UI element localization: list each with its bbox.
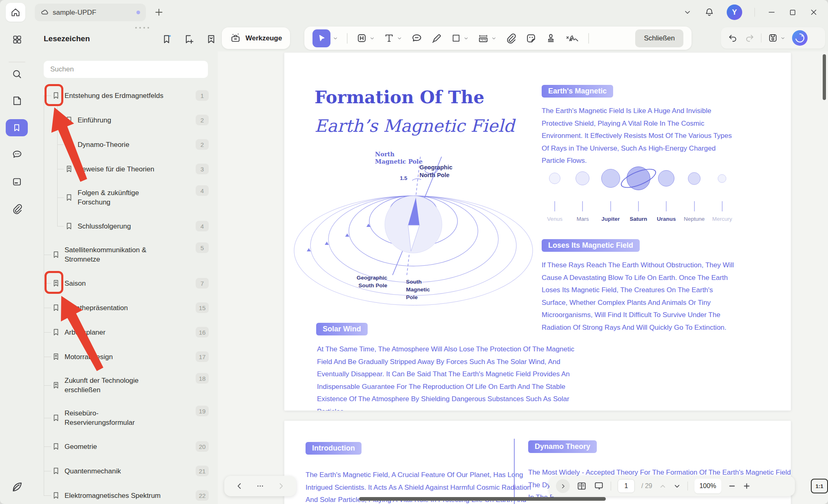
close-tools-button[interactable]: Schließen bbox=[635, 29, 683, 47]
pen-tool[interactable] bbox=[431, 33, 442, 44]
home-icon bbox=[10, 7, 21, 18]
page-layout-button[interactable] bbox=[576, 481, 587, 491]
planet-circle-saturn bbox=[627, 167, 650, 190]
stamp-tool[interactable] bbox=[545, 33, 556, 44]
bookmark-item[interactable]: Einführung 2 bbox=[34, 108, 218, 132]
divider bbox=[588, 33, 589, 44]
undo-button[interactable] bbox=[728, 33, 738, 43]
redo-button[interactable] bbox=[744, 33, 755, 43]
page-number-input[interactable]: 1 bbox=[618, 479, 635, 493]
bookmark-icon bbox=[52, 467, 60, 475]
notifications-bell-icon[interactable] bbox=[704, 7, 714, 18]
search-input[interactable] bbox=[44, 61, 208, 78]
bookmark-item[interactable]: Elektromagnetisches Spektrum 22 bbox=[34, 483, 218, 504]
divider bbox=[347, 33, 348, 44]
chevron-down-icon bbox=[333, 36, 338, 41]
expand-bar-button[interactable] bbox=[556, 479, 570, 493]
attachment-paperclip-icon[interactable] bbox=[0, 203, 34, 215]
bookmark-item[interactable]: Saison 7 bbox=[34, 271, 218, 295]
bookmark-expand-icon[interactable] bbox=[65, 165, 73, 173]
planet-label: Uranus bbox=[657, 216, 676, 222]
new-tab-button[interactable] bbox=[154, 7, 164, 18]
ai-bookmark-icon[interactable] bbox=[161, 33, 173, 45]
planet: Uranus bbox=[652, 155, 680, 222]
planet-label: Venus bbox=[547, 216, 562, 222]
bookmark-item[interactable]: Schlussfolgerung 4 bbox=[34, 214, 218, 238]
tick bbox=[610, 201, 611, 211]
document-tab[interactable]: sample-UPDF bbox=[35, 4, 146, 21]
bookmark-item[interactable]: Entstehung des Erdmagnetfelds 1 bbox=[34, 83, 218, 108]
form-field-icon[interactable] bbox=[0, 176, 34, 187]
text-tool[interactable] bbox=[384, 33, 402, 44]
bookmark-item[interactable]: Geometrie 20 bbox=[34, 434, 218, 459]
zoom-in-button[interactable] bbox=[743, 482, 751, 490]
chevron-down-icon bbox=[397, 36, 402, 41]
page-thumbnails-icon[interactable] bbox=[0, 95, 34, 106]
bookmark-icon bbox=[65, 222, 73, 230]
zoom-level[interactable]: 100% bbox=[694, 479, 721, 493]
save-button[interactable] bbox=[768, 33, 786, 43]
horizontal-scrollbar[interactable] bbox=[359, 497, 606, 501]
bookmark-item[interactable]: Motorraddesign 17 bbox=[34, 344, 218, 369]
tools-menu-button[interactable]: Werkzeuge bbox=[222, 27, 290, 49]
attach-tool[interactable] bbox=[505, 33, 517, 44]
bookmark-item[interactable]: Satellitenkommunikation & Stromnetze 5 bbox=[34, 238, 218, 271]
bookmark-expand-icon[interactable] bbox=[52, 353, 60, 361]
next-page-button[interactable] bbox=[673, 482, 681, 490]
planet: Mercury bbox=[708, 155, 736, 222]
back-button[interactable] bbox=[235, 482, 243, 490]
bookmark-icon bbox=[52, 251, 60, 259]
bookmark-item[interactable]: Quantenmechanik 21 bbox=[34, 459, 218, 483]
sticker-tool[interactable] bbox=[525, 33, 537, 44]
panel-drag-handle[interactable] bbox=[135, 27, 149, 29]
bookmark-item[interactable]: Folgen & zukünftige Forschung 4 bbox=[34, 181, 218, 214]
home-button[interactable] bbox=[6, 3, 25, 22]
stamp-icon bbox=[545, 33, 556, 44]
previous-page-button[interactable] bbox=[659, 482, 667, 490]
forward-button[interactable] bbox=[277, 482, 285, 490]
comments-icon[interactable] bbox=[0, 149, 34, 160]
shape-tool[interactable] bbox=[451, 33, 469, 43]
bookmark-item[interactable]: Zukunft der Technologie erschließen 18 bbox=[34, 369, 218, 402]
bookmark-expand-icon[interactable] bbox=[52, 279, 60, 287]
bookmark-item[interactable]: Reisebüro- Reservierungsformular 19 bbox=[34, 402, 218, 434]
bookmark-item[interactable]: Arbeitsplaner 16 bbox=[34, 320, 218, 344]
label-geographic-south-pole: Geographic South Pole bbox=[346, 274, 387, 289]
pdf-page-1: Formation Of The Earth’s Magnetic Field bbox=[284, 53, 791, 411]
search-icon[interactable] bbox=[0, 69, 34, 80]
zoom-out-button[interactable] bbox=[728, 482, 736, 490]
avatar[interactable]: Y bbox=[727, 4, 742, 20]
add-bookmark-icon[interactable] bbox=[183, 33, 195, 45]
bookmark-page-badge: 19 bbox=[196, 406, 209, 416]
signature-tool[interactable] bbox=[565, 33, 580, 44]
presentation-mode-button[interactable] bbox=[594, 481, 604, 491]
bookmark-item[interactable]: – Mathepräsentation 15 bbox=[34, 295, 218, 320]
bookmark-item[interactable]: Beweise für die Theorien 3 bbox=[34, 157, 218, 181]
bookmark-item[interactable]: Dynamo-Theorie 2 bbox=[34, 132, 218, 157]
paperclip-icon bbox=[505, 33, 517, 44]
chevron-down-icon[interactable] bbox=[683, 8, 692, 17]
chevron-down-icon bbox=[491, 36, 497, 41]
app-window: sample-UPDF Y bbox=[0, 0, 828, 504]
label-angle: 1.5 bbox=[400, 175, 407, 181]
measure-tool[interactable] bbox=[478, 33, 497, 44]
minimize-button[interactable] bbox=[767, 8, 776, 17]
collapse-bookmarks-icon[interactable] bbox=[205, 33, 217, 45]
more-options-button[interactable] bbox=[255, 481, 265, 491]
bookmark-expand-icon[interactable] bbox=[52, 381, 60, 389]
actual-size-button[interactable]: 1:1 bbox=[811, 479, 828, 493]
close-window-button[interactable] bbox=[809, 8, 818, 17]
pdf-viewer[interactable]: Formation Of The Earth’s Magnetic Field bbox=[218, 51, 828, 504]
highlight-tool[interactable] bbox=[356, 33, 375, 44]
vertical-scrollbar[interactable] bbox=[823, 54, 826, 100]
select-tool[interactable] bbox=[312, 29, 338, 47]
ai-assistant-button[interactable] bbox=[792, 30, 808, 46]
sidebar-item-bookmarks[interactable] bbox=[6, 119, 28, 136]
page-total: / 29 bbox=[641, 482, 652, 490]
bookmark-icon bbox=[65, 193, 73, 202]
dashboard-grid-icon[interactable] bbox=[0, 34, 34, 45]
updf-logo-icon[interactable] bbox=[0, 481, 34, 493]
comment-tool[interactable] bbox=[411, 33, 422, 44]
bookmark-icon bbox=[52, 442, 60, 451]
maximize-button[interactable] bbox=[788, 8, 797, 17]
